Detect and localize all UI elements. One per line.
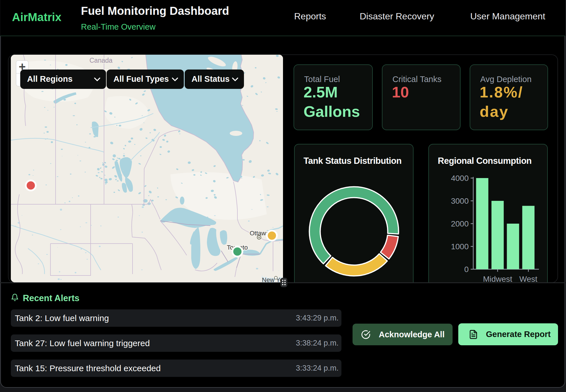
svg-text:New York: New York xyxy=(262,276,283,282)
svg-text:Canada: Canada xyxy=(89,57,113,64)
